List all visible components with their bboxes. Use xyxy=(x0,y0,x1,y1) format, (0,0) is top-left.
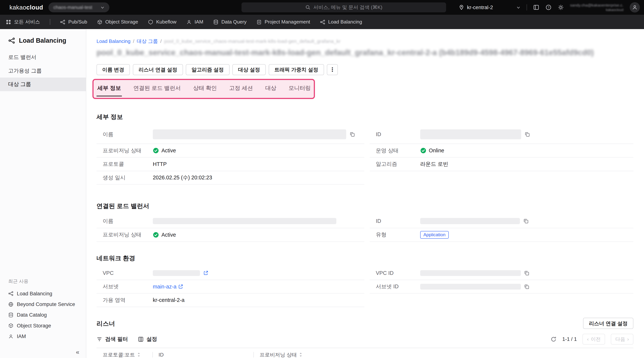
recent-data-catalog[interactable]: Data Catalog xyxy=(0,310,86,320)
rename-button[interactable]: 이름 변경 xyxy=(96,64,130,75)
breadcrumb-target-group[interactable]: 대상 그룹 xyxy=(137,38,158,45)
network-az-row: 가용 영역 kr-central-2-a xyxy=(96,293,364,307)
chevron-left-icon: ‹ xyxy=(587,336,589,342)
lb-type-row: 유형 Application xyxy=(370,228,634,242)
search-filter-button[interactable]: 검색 필터 xyxy=(96,335,128,343)
recent-beyond-compute[interactable]: Beyond Compute Service xyxy=(0,299,86,309)
check-circle-icon xyxy=(153,232,159,238)
details-algo-row: 알고리즘 라운드 로빈 xyxy=(370,158,634,171)
data-query-icon xyxy=(213,20,218,25)
recent-iam[interactable]: IAM xyxy=(0,331,86,341)
all-services-button[interactable]: 모든 서비스 xyxy=(6,19,40,25)
lb-id-row: ID xyxy=(370,214,634,228)
traffic-weight-button[interactable]: 트래픽 가중치 설정 xyxy=(269,64,324,75)
service-nav: 모든 서비스 Pub/Sub Object Storage Kubeflow I… xyxy=(0,15,644,29)
next-page-button[interactable]: 다음 › xyxy=(611,334,634,344)
type-chip[interactable]: Application xyxy=(420,231,449,239)
recent-label: 최근 사용 xyxy=(0,278,86,288)
tab-targets[interactable]: 대상 xyxy=(264,82,277,96)
check-circle-icon xyxy=(153,148,159,154)
refresh-icon[interactable] xyxy=(550,336,556,342)
recent-section: 최근 사용 Load Balancing Beyond Compute Serv… xyxy=(0,278,86,341)
details-id-row: ID xyxy=(370,125,634,144)
service-pubsub[interactable]: Pub/Sub xyxy=(60,19,87,25)
user-info: sandy.cha@kakaoenterprise.c.. kakaocloud xyxy=(570,3,624,12)
chevron-right-icon: › xyxy=(627,336,629,342)
network-heading: 네트워크 환경 xyxy=(96,254,634,262)
sidebar-item-load-balancer[interactable]: 로드 밸런서 xyxy=(0,50,86,64)
project-selector[interactable]: chaos-manual-test xyxy=(48,3,110,12)
status-badge: Active xyxy=(161,232,176,238)
service-data-query[interactable]: Data Query xyxy=(213,19,246,25)
kakaocloud-console: kakaocloud chaos-manual-test 서비스, 메뉴 및 문… xyxy=(0,0,644,358)
kakaocloud-logo[interactable]: kakaocloud xyxy=(10,4,43,11)
region-selector[interactable]: kr-central-2 xyxy=(459,5,520,11)
subnet-id-redacted xyxy=(420,284,521,289)
service-project-management[interactable]: Project Management xyxy=(256,19,310,25)
column-id[interactable]: ID xyxy=(153,352,254,358)
breadcrumb-redacted-tail: pool_0_kube_service_chaos-manual-test-ma… xyxy=(164,39,341,44)
tab-health-check[interactable]: 상태 확인 xyxy=(192,82,218,96)
project-management-icon xyxy=(256,20,262,25)
copy-icon[interactable] xyxy=(524,284,530,289)
prev-page-button[interactable]: ‹ 이전 xyxy=(582,334,605,344)
user-avatar[interactable] xyxy=(630,2,640,13)
column-prov-status[interactable]: 프로비저닝 상태 xyxy=(254,351,302,358)
more-actions-button[interactable]: ⋮ xyxy=(327,64,338,75)
iam-icon xyxy=(186,20,192,25)
tab-connected-load-balancer[interactable]: 연결된 로드 밸런서 xyxy=(132,82,182,96)
listener-connect-button[interactable]: 리스너 연결 설정 xyxy=(583,318,633,329)
details-prov-row: 프로비저닝 상태 Active xyxy=(96,144,364,158)
column-protocol-port[interactable]: 프로토콜:포트 xyxy=(103,351,152,358)
vpc-id-redacted xyxy=(420,270,521,276)
help-icon[interactable]: ? xyxy=(546,4,552,11)
network-subnet-id-row: 서브넷 ID xyxy=(370,280,634,294)
tab-monitoring[interactable]: 모니터링 xyxy=(288,82,312,96)
sidebar-item-ha-group[interactable]: 고가용성 그룹 xyxy=(0,64,86,78)
grid-icon xyxy=(6,20,11,25)
listener-connect-button[interactable]: 리스너 연결 설정 xyxy=(133,64,183,75)
copy-icon[interactable] xyxy=(524,270,530,276)
sidebar-collapse-button[interactable]: « xyxy=(76,348,79,355)
guide-panel-icon[interactable] xyxy=(533,4,539,11)
service-object-storage[interactable]: Object Storage xyxy=(97,19,138,25)
divider xyxy=(526,4,527,11)
user-org-redacted: kakaocloud xyxy=(570,8,624,12)
recent-object-storage[interactable]: Object Storage xyxy=(0,320,86,331)
network-table: VPC 서브넷 main-az-a 가 xyxy=(96,266,634,307)
tab-details[interactable]: 세부 정보 xyxy=(96,82,122,96)
copy-icon[interactable] xyxy=(523,218,529,224)
service-iam[interactable]: IAM xyxy=(186,19,203,25)
tab-sticky-session[interactable]: 고정 세션 xyxy=(228,82,254,96)
algorithm-settings-button[interactable]: 알고리즘 설정 xyxy=(186,64,230,75)
table-settings-button[interactable]: 설정 xyxy=(138,335,157,343)
settings-gear-icon[interactable] xyxy=(558,4,564,11)
listener-table-header: 프로토콜:포트 ID 프로비저닝 상태 xyxy=(96,348,634,358)
listener-section-header: 리스너 리스너 연결 설정 xyxy=(96,318,634,329)
lb-name-redacted xyxy=(153,218,336,224)
chevron-down-icon xyxy=(516,6,520,10)
external-link-icon[interactable] xyxy=(203,270,208,275)
database-icon xyxy=(8,312,14,318)
location-pin-icon xyxy=(459,5,464,10)
load-balancing-icon xyxy=(8,291,14,296)
project-name-redacted: chaos-manual-test xyxy=(53,5,92,10)
object-storage-icon xyxy=(8,323,14,328)
service-kubeflow[interactable]: Kubeflow xyxy=(148,19,176,25)
action-buttons: 이름 변경 리스너 연결 설정 알고리즘 설정 대상 설정 트래픽 가중치 설정… xyxy=(96,64,634,75)
load-balancing-icon xyxy=(8,37,15,44)
subnet-link[interactable]: main-az-a xyxy=(153,284,183,290)
sidebar: Load Balancing 로드 밸런서 고가용성 그룹 대상 그룹 최근 사… xyxy=(0,29,86,358)
copy-icon[interactable] xyxy=(350,132,355,137)
copy-icon[interactable] xyxy=(524,132,530,137)
service-load-balancing[interactable]: Load Balancing xyxy=(320,19,362,25)
network-vpc-id-row: VPC ID xyxy=(370,266,634,280)
recent-load-balancing[interactable]: Load Balancing xyxy=(0,288,86,299)
listener-heading: 리스너 xyxy=(96,319,115,327)
sidebar-item-target-group[interactable]: 대상 그룹 xyxy=(0,78,86,91)
vpc-name-redacted xyxy=(153,270,200,276)
details-created-row: 생성 일시 2026.02.25 (수) 20:02:23 xyxy=(96,171,364,185)
global-search[interactable]: 서비스, 메뉴 및 문서 검색 (⌘K) xyxy=(242,3,446,12)
target-settings-button[interactable]: 대상 설정 xyxy=(232,64,266,75)
breadcrumb-load-balancing[interactable]: Load Balancing xyxy=(96,39,130,44)
